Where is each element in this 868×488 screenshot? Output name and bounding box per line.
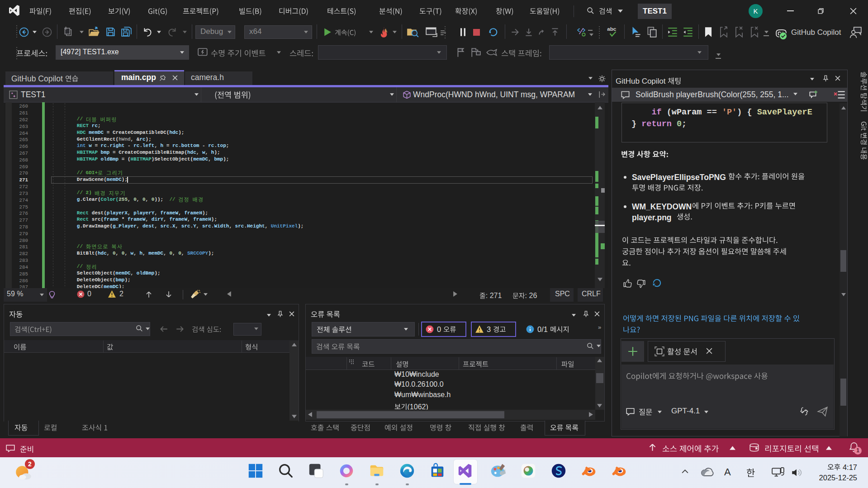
svg-text:abc: abc [607,26,617,32]
